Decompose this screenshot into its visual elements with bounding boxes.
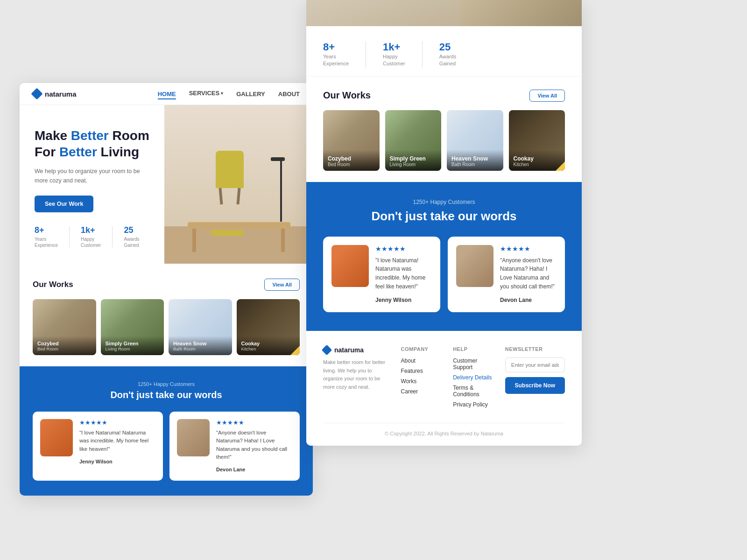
work-card-subtitle: Bath Room	[173, 346, 227, 351]
nav-about[interactable]: ABOUT	[278, 91, 300, 98]
work-card-overlay: Simply Green Living Room	[101, 336, 164, 355]
rp-work-sub-4: Kitchen	[514, 162, 561, 167]
chair-seat	[211, 230, 244, 236]
testimonial-author-2: Devon Lane	[216, 467, 245, 472]
rp-hero-image-strip	[306, 0, 582, 26]
work-card-subtitle: Bed Room	[37, 346, 92, 351]
work-card-title: Simply Green	[106, 341, 160, 346]
footer-link-features[interactable]: Features	[401, 368, 444, 374]
rp-stat-awards-label: AwardsGained	[439, 53, 456, 68]
see-our-work-button[interactable]: See Our Work	[35, 196, 93, 212]
rp-work-card-cozybed[interactable]: Cozybed Bed Room	[323, 110, 380, 171]
rp-test-text-1: "I love Nataruma! Nataruma was incredibl…	[375, 256, 432, 291]
rp-testimonial-content-1: ★★★★★ "I love Nataruma! Nataruma was inc…	[375, 245, 432, 304]
rp-stat-divider-1	[366, 41, 366, 68]
newsletter-email-input[interactable]	[505, 357, 565, 372]
footer-logo-diamond-icon	[322, 345, 332, 356]
nav-home[interactable]: HOME	[158, 91, 176, 99]
footer-link-career[interactable]: Career	[401, 388, 444, 395]
stat-divider-2	[112, 226, 113, 247]
rp-work-title-4: Cookay	[514, 155, 561, 162]
footer-company-col: COMPANY About Features Works Career	[401, 346, 444, 412]
rp-view-all-button[interactable]: View All	[529, 90, 565, 102]
hero-section: Make Better Room For Better Living We he…	[20, 105, 313, 264]
chevron-down-icon: ▾	[221, 91, 223, 96]
hero-text: Make Better Room For Better Living We he…	[20, 105, 164, 264]
rp-stat-years-label: YearsExperience	[323, 53, 349, 68]
chair	[211, 193, 244, 236]
rp-stat-years-number: 8+	[323, 41, 349, 53]
rp-work-card-heavensnow[interactable]: Heaven Snow Bath Room	[447, 110, 503, 171]
rp-testimonial-card-1: ★★★★★ "I love Nataruma! Nataruma was inc…	[323, 237, 440, 312]
desk-leg-left	[192, 229, 196, 252]
work-card-overlay: Cozybed Bed Room	[33, 336, 96, 355]
testimonial-card-2: ★★★★★ "Anyone doesn't love Nataruma? Hah…	[169, 412, 300, 481]
desk-leg-right	[281, 229, 285, 252]
footer-link-support[interactable]: Customer Support	[453, 357, 496, 371]
work-card-cozybed[interactable]: Cozybed Bed Room	[33, 299, 96, 355]
footer-brand-col: nataruma Make better room for better liv…	[323, 346, 392, 412]
footer-brand-name: nataruma	[334, 346, 364, 354]
hero-stats: 8+ YearsExperience 1k+ HappyCustomer 25 …	[35, 225, 149, 248]
rp-work-title-1: Cozybed	[328, 155, 375, 162]
left-browser-window: nataruma HOME SERVICES ▾ GALLERY ABOUT M…	[20, 83, 313, 496]
rp-testimonials-title: Don't just take our words	[323, 209, 565, 224]
rp-avatar-devon	[456, 245, 493, 287]
testimonial-card-1: ★★★★★ "I love Nataruma! Nataruma was inc…	[33, 412, 163, 481]
testimonials-title: Don't just take our words	[33, 390, 300, 400]
rp-work-card-cookay[interactable]: Cookay Kitchen	[509, 110, 565, 171]
rp-stat-awards-number: 25	[439, 41, 456, 53]
rp-test-text-2: "Anyone doesn't love Nataruma? Haha! I L…	[500, 256, 557, 291]
footer-link-privacy[interactable]: Privacy Policy	[453, 401, 496, 408]
lamp	[277, 157, 285, 222]
nav-gallery[interactable]: GALLERY	[236, 91, 265, 98]
rp-testimonials-grid: ★★★★★ "I love Nataruma! Nataruma was inc…	[323, 237, 565, 312]
work-card-heavensnow[interactable]: Heaven Snow Bath Room	[169, 299, 232, 355]
stat-awards-label: AwardsGained	[124, 236, 139, 248]
avatar-devon	[177, 419, 210, 456]
footer-brand-desc: Make better room for better living. We h…	[323, 358, 392, 391]
works-title: Our Works	[33, 280, 73, 289]
rp-work-sub-1: Bed Room	[328, 162, 375, 167]
footer: nataruma Make better room for better liv…	[306, 331, 582, 446]
footer-link-terms[interactable]: Terms & Conditions	[453, 385, 496, 398]
rp-work-title-2: Simply Green	[390, 155, 437, 162]
rp-works-header: Our Works View All	[323, 90, 565, 102]
rp-stat-divider-2	[422, 41, 423, 68]
footer-link-about[interactable]: About	[401, 357, 444, 364]
works-header: Our Works View All	[33, 279, 300, 291]
work-card-overlay: Heaven Snow Bath Room	[169, 336, 232, 355]
testimonial-content-1: ★★★★★ "I love Nataruma! Nataruma was inc…	[79, 419, 155, 465]
rp-stars-1: ★★★★★	[375, 245, 432, 252]
testimonial-author-1: Jenny Wilson	[79, 459, 113, 464]
rp-test-author-1: Jenny Wilson	[375, 297, 411, 303]
stat-years-label: YearsExperience	[35, 236, 58, 248]
subscribe-now-button[interactable]: Subscribe Now	[505, 377, 565, 394]
work-card-cookay[interactable]: Cookay Kitchen	[237, 299, 300, 355]
testimonial-text-1: "I love Nataruma! Nataruma was incredibl…	[79, 429, 155, 453]
footer-help-title: HELP	[453, 346, 496, 352]
work-card-subtitle: Living Room	[106, 346, 160, 351]
footer-newsletter-col: NEWSLETTER Subscribe Now	[505, 346, 565, 412]
testimonials-section: 1250+ Happy Customers Don't just take ou…	[20, 366, 313, 496]
rp-work-overlay-3: Heaven Snow Bath Room	[447, 150, 503, 171]
footer-link-works[interactable]: Works	[401, 378, 444, 385]
view-all-button[interactable]: View All	[264, 279, 300, 291]
hero-title: Make Better Room For Better Living	[35, 127, 149, 160]
rp-testimonial-card-2: ★★★★★ "Anyone doesn't love Nataruma? Hah…	[448, 237, 565, 312]
rp-yellow-corner-accent	[556, 161, 565, 171]
logo-diamond-icon	[31, 88, 42, 99]
avatar-jenny	[40, 419, 73, 456]
rp-hero-image-inner	[460, 0, 582, 26]
rp-work-card-simplygreen[interactable]: Simply Green Living Room	[385, 110, 442, 171]
rp-stat-years: 8+ YearsExperience	[323, 41, 349, 68]
works-grid: Cozybed Bed Room Simply Green Living Roo…	[33, 299, 300, 355]
nav-services[interactable]: SERVICES ▾	[189, 90, 224, 97]
logo: nataruma	[33, 90, 77, 98]
work-card-simplygreen[interactable]: Simply Green Living Room	[101, 299, 164, 355]
navbar: nataruma HOME SERVICES ▾ GALLERY ABOUT	[20, 83, 313, 105]
rp-avatar-jenny	[331, 245, 369, 287]
rp-stat-customers-label: HappyCustomer	[383, 53, 405, 68]
stat-customers: 1k+ HappyCustomer	[81, 225, 101, 248]
footer-link-delivery[interactable]: Delivery Details	[453, 374, 496, 381]
